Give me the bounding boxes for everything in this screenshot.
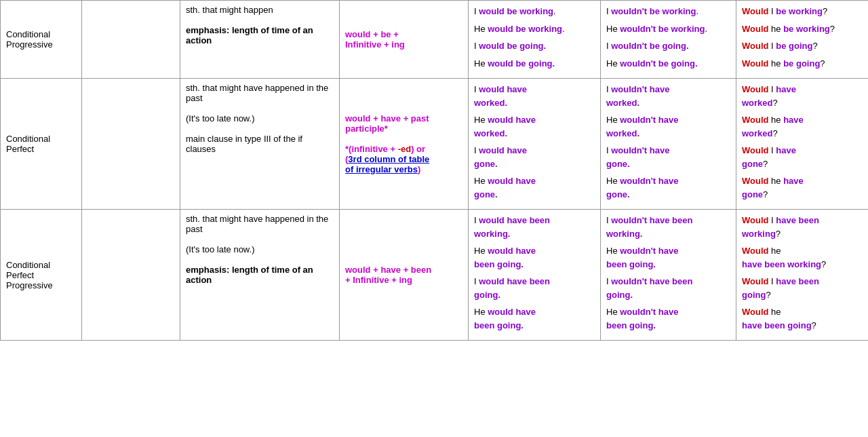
affirmative-examples: I would be working. He would be working.… [469, 1, 601, 79]
formula: would + be + Infinitive + ing [340, 1, 469, 79]
formula: would + have + pastparticiple* *(infinit… [340, 79, 469, 210]
formula: would + have + been + Infinitive + ing [340, 210, 469, 341]
use-description: sth. that might have happened in the pas… [180, 79, 340, 210]
grammar-table: ConditionalProgressive sth. that might h… [0, 0, 868, 341]
table-row: ConditionalPerfectProgressive sth. that … [1, 210, 869, 341]
affirmative-examples: I would have beenworking. He would haveb… [469, 210, 601, 341]
table-row: ConditionalProgressive sth. that might h… [1, 1, 869, 79]
question-examples: Would I have beenworking? Would hehave b… [736, 210, 869, 341]
negative-examples: I wouldn't haveworked. He wouldn't havew… [601, 79, 736, 210]
negative-examples: I wouldn't have beenworking. He wouldn't… [601, 210, 736, 341]
tense-name: ConditionalPerfect [1, 79, 82, 210]
affirmative-examples: I would haveworked. He would haveworked.… [469, 79, 601, 210]
tense-name: ConditionalPerfectProgressive [1, 210, 82, 341]
negative-examples: I wouldn't be working. He wouldn't be wo… [601, 1, 736, 79]
tense-name: ConditionalProgressive [1, 1, 82, 79]
question-examples: Would I haveworked? Would he haveworked?… [736, 79, 869, 210]
use-description: sth. that might have happened in the pas… [180, 210, 340, 341]
table-row: ConditionalPerfect sth. that might have … [1, 79, 869, 210]
col2-empty [82, 79, 180, 210]
col2-empty [82, 210, 180, 341]
use-description: sth. that might happen emphasis: length … [180, 1, 340, 79]
question-examples: Would I be working? Would he be working?… [736, 1, 869, 79]
col2-empty [82, 1, 180, 79]
